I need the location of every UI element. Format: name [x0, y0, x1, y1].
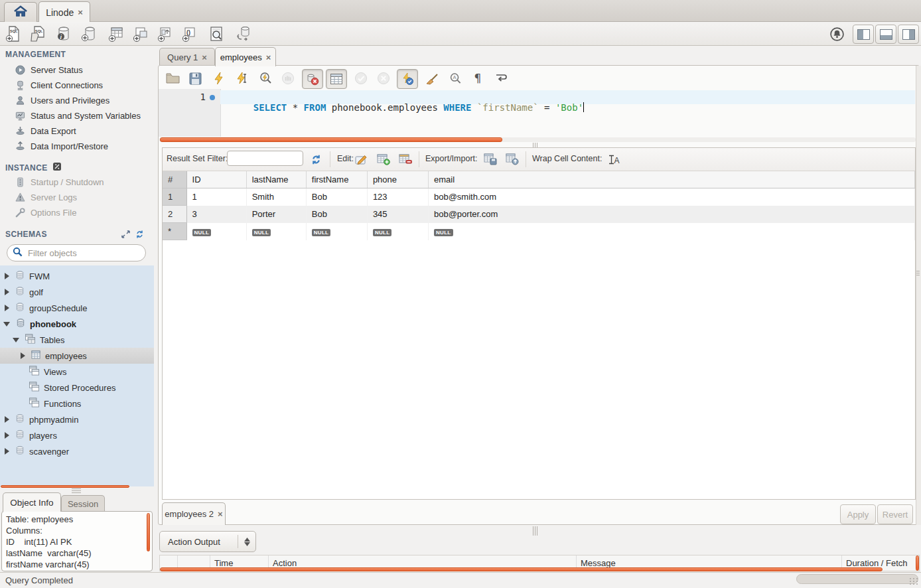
right-panel-splitter[interactable] [916, 66, 921, 525]
expander-collapsed-icon[interactable] [5, 289, 9, 295]
sidebar-item-server-logs[interactable]: Server Logs [15, 190, 151, 204]
cell-null[interactable]: NULL [306, 223, 367, 240]
create-view-icon[interactable] [131, 25, 150, 43]
output-hscroll-thumb[interactable] [160, 567, 883, 571]
tree-item-employees[interactable]: employees [0, 348, 154, 364]
schema-filter-input[interactable] [27, 248, 129, 259]
sidebar-item-options-file[interactable]: Options File [15, 205, 151, 220]
create-schema-icon[interactable] [80, 25, 98, 43]
expander-collapsed-icon[interactable] [5, 448, 9, 455]
execute-query-icon[interactable] [209, 69, 229, 88]
sidebar-item-client-connections[interactable]: Client Connections [15, 78, 151, 92]
expander-expanded-icon[interactable] [13, 338, 19, 342]
col-header-email[interactable]: email [428, 171, 914, 188]
object-info-scrollbar[interactable] [147, 513, 150, 551]
import-records-icon[interactable] [504, 151, 520, 167]
home-tab[interactable] [4, 2, 37, 22]
create-table-icon[interactable] [107, 25, 125, 43]
toggle-bottom-panel-icon[interactable] [875, 25, 896, 44]
col-header-lastname[interactable]: lastName [246, 171, 306, 188]
edit-record-icon[interactable] [354, 151, 370, 167]
col-header-num[interactable]: # [163, 171, 186, 188]
toggle-right-panel-icon[interactable] [898, 25, 919, 44]
tree-item-fwm[interactable]: FWM [0, 268, 154, 284]
editor-hscroll-thumb[interactable] [160, 137, 502, 142]
cell-null[interactable]: NULL [428, 223, 914, 240]
notifications-icon[interactable] [827, 25, 846, 43]
sidebar-item-data-export[interactable]: Data Export [15, 123, 151, 138]
reconnect-dbms-icon[interactable] [234, 25, 253, 43]
right-splitter-grip[interactable] [916, 271, 920, 275]
tab-resultset-employees-2[interactable]: employees 2 × [162, 502, 226, 525]
sidebar-splitter-scrollbar[interactable] [1, 485, 129, 488]
close-icon[interactable]: × [266, 52, 271, 62]
resize-grip-icon[interactable] [910, 578, 918, 585]
cell-lastname[interactable]: Smith [246, 188, 306, 206]
close-icon[interactable]: × [78, 7, 83, 17]
grid-new-row[interactable]: * NULL NULL NULL NULL NULL [163, 223, 915, 240]
wrap-cell-content-icon[interactable]: A [606, 151, 622, 167]
open-sql-script-icon[interactable]: SQL [29, 25, 48, 43]
close-icon[interactable]: × [218, 509, 223, 519]
selector-spinner-icons[interactable] [238, 538, 255, 546]
open-script-icon[interactable] [163, 69, 182, 88]
tab-employees[interactable]: employees × [215, 47, 276, 66]
schema-filter[interactable] [7, 244, 146, 261]
cell-null[interactable]: NULL [367, 223, 428, 240]
col-header-id[interactable]: ID [186, 171, 246, 188]
tree-item-functions[interactable]: Functions [0, 396, 154, 411]
execute-current-statement-icon[interactable] [232, 69, 252, 88]
output-selector[interactable]: Action Output [159, 531, 256, 552]
expander-collapsed-icon[interactable] [5, 305, 9, 311]
cell-id[interactable]: 3 [186, 206, 246, 223]
expander-collapsed-icon[interactable] [5, 416, 9, 423]
sidebar-item-data-import[interactable]: Data Import/Restore [15, 139, 151, 153]
sidebar-item-users-privileges[interactable]: Users and Privileges [15, 93, 151, 108]
create-procedure-icon[interactable] [156, 25, 175, 43]
beautify-sql-icon[interactable] [422, 69, 442, 88]
tree-item-phpmyadmin[interactable]: phpmyadmin [0, 411, 154, 427]
new-sql-tab-icon[interactable]: SQL [4, 25, 23, 43]
cell-firstname[interactable]: Bob [306, 188, 367, 206]
limit-rows-toggle-icon[interactable] [326, 69, 347, 89]
expander-collapsed-icon[interactable] [5, 273, 9, 279]
grid-row-2[interactable]: 2 3 Porter Bob 345 bob@porter.com [163, 206, 915, 223]
output-vscroll-thumb[interactable] [916, 555, 919, 571]
tree-item-groupschedule[interactable]: groupSchedule [0, 300, 154, 316]
expander-collapsed-icon[interactable] [5, 432, 9, 439]
sidebar-splitter-grip[interactable] [72, 488, 81, 493]
expander-expanded-icon[interactable] [3, 322, 10, 327]
continue-on-error-toggle-icon[interactable] [302, 69, 323, 89]
show-invisibles-icon[interactable]: ¶ [468, 69, 488, 88]
tab-query-1[interactable]: Query 1 × [159, 48, 215, 66]
export-resultset-icon[interactable] [482, 151, 498, 167]
cell-null[interactable]: NULL [186, 223, 246, 240]
sidebar-item-startup-shutdown[interactable]: Startup / Shutdown [15, 175, 151, 189]
expand-schemas-icon[interactable] [121, 230, 131, 241]
cell-firstname[interactable]: Bob [306, 206, 367, 223]
connection-tab-linode[interactable]: Linode × [38, 1, 90, 23]
sidebar-item-status-system-variables[interactable]: Status and System Variables [15, 108, 151, 123]
expander-collapsed-icon[interactable] [21, 352, 25, 359]
close-icon[interactable]: × [202, 52, 207, 62]
cell-email[interactable]: bob@smith.com [428, 188, 914, 206]
sidebar-item-server-status[interactable]: Server Status [15, 62, 151, 77]
apply-button[interactable]: Apply [840, 504, 876, 524]
col-header-firstname[interactable]: firstName [306, 171, 367, 188]
rollback-icon[interactable] [374, 69, 393, 88]
cell-phone[interactable]: 123 [367, 188, 428, 206]
cell-id[interactable]: 1 [186, 188, 246, 206]
revert-button[interactable]: Revert [877, 504, 913, 524]
find-icon[interactable]: A [445, 69, 465, 88]
result-filter-input[interactable] [227, 151, 303, 166]
tree-item-golf[interactable]: golf [0, 284, 154, 300]
save-script-icon[interactable] [185, 69, 205, 88]
toggle-left-panel-icon[interactable] [853, 25, 874, 44]
cell-lastname[interactable]: Porter [246, 206, 306, 223]
refresh-results-icon[interactable] [308, 151, 324, 167]
tree-item-tables[interactable]: Tables [0, 332, 154, 348]
tree-item-phonebook[interactable]: phonebook [0, 316, 154, 332]
grid-row-1[interactable]: 1 1 Smith Bob 123 bob@smith.com [163, 188, 915, 206]
create-function-icon[interactable]: () [180, 25, 199, 43]
tree-item-views[interactable]: Views [0, 364, 154, 380]
